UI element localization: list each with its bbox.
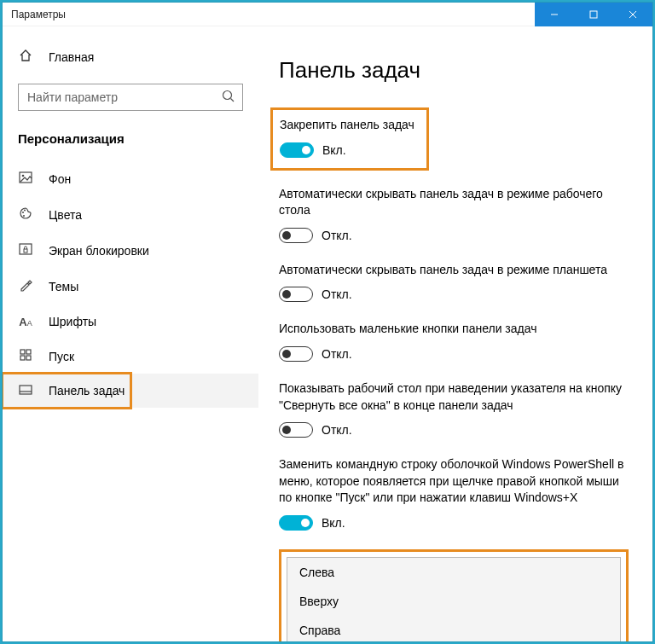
toggle-state: Вкл.	[322, 516, 345, 530]
category-heading: Персонализация	[3, 126, 258, 161]
svg-rect-1	[590, 11, 597, 18]
dropdown-option-top[interactable]: Вверху	[287, 587, 620, 616]
svg-rect-12	[24, 249, 27, 252]
svg-rect-16	[26, 356, 31, 360]
toggle-autohide-tablet[interactable]	[279, 287, 313, 302]
svg-point-9	[24, 210, 26, 212]
image-icon	[18, 171, 33, 186]
sidebar-item-label: Экран блокировки	[49, 244, 149, 258]
toggle-state: Откл.	[322, 423, 352, 437]
sidebar-item-themes[interactable]: Темы	[3, 268, 258, 305]
setting-label: Показывать рабочий стол при наведении ук…	[279, 380, 627, 414]
themes-icon	[18, 278, 33, 294]
svg-point-10	[23, 215, 25, 217]
svg-rect-13	[20, 350, 25, 354]
home-icon	[18, 49, 33, 65]
sidebar-item-start[interactable]: Пуск	[3, 339, 258, 374]
taskbar-position-dropdown[interactable]: Слева Вверху Справа Внизу	[287, 557, 621, 641]
close-button[interactable]	[613, 3, 652, 26]
sidebar-item-taskbar[interactable]: Панель задач	[3, 374, 258, 408]
sidebar-item-label: Фон	[49, 172, 71, 186]
sidebar-item-background[interactable]: Фон	[3, 161, 258, 196]
setting-label: Автоматически скрывать панель задач в ре…	[279, 186, 627, 219]
toggle-lock-taskbar[interactable]	[280, 142, 314, 158]
sidebar-item-label: Главная	[49, 50, 94, 64]
toggle-small-buttons[interactable]	[279, 346, 313, 362]
svg-point-8	[22, 212, 24, 213]
window-title: Параметры	[3, 9, 66, 20]
dropdown-option-right[interactable]: Справа	[287, 616, 620, 641]
search-input[interactable]	[18, 84, 243, 111]
sidebar-item-label: Цвета	[49, 208, 82, 222]
main-panel: Панель задач Закрепить панель задач Вкл.…	[258, 26, 652, 641]
toggle-autohide-desktop[interactable]	[279, 228, 313, 243]
sidebar-item-label: Шрифты	[49, 315, 96, 328]
svg-point-7	[22, 175, 25, 177]
toggle-state: Откл.	[322, 347, 352, 361]
toggle-state: Откл.	[322, 287, 352, 301]
page-title: Панель задач	[279, 57, 627, 84]
start-icon	[18, 349, 33, 363]
titlebar: Параметры	[3, 3, 652, 26]
toggle-powershell[interactable]	[279, 515, 313, 531]
lockscreen-icon	[18, 243, 33, 258]
maximize-button[interactable]	[574, 3, 613, 26]
sidebar-item-label: Темы	[49, 280, 78, 293]
search-icon	[221, 89, 236, 107]
sidebar-item-colors[interactable]: Цвета	[3, 196, 258, 233]
svg-rect-15	[20, 356, 25, 360]
setting-label: Закрепить панель задач	[280, 117, 418, 134]
settings-window: Параметры Главная Пе	[3, 3, 652, 641]
toggle-state: Вкл.	[322, 143, 346, 157]
sidebar: Главная Персонализация Фон Цвета Экран б…	[3, 26, 258, 641]
sidebar-item-label: Пуск	[49, 350, 74, 363]
sidebar-item-home[interactable]: Главная	[3, 42, 258, 72]
svg-line-5	[231, 99, 235, 102]
highlight-box: Слева Вверху Справа Внизу	[279, 549, 629, 641]
setting-label: Использовать маленькие кнопки панели зад…	[279, 321, 627, 338]
setting-label: Автоматически скрывать панель задач в ре…	[279, 262, 627, 279]
toggle-peek-desktop[interactable]	[279, 422, 313, 438]
setting-label: Заменить командную строку оболочкой Wind…	[279, 456, 627, 507]
fonts-icon: AA	[18, 315, 33, 328]
toggle-state: Откл.	[322, 229, 352, 242]
svg-point-4	[223, 91, 232, 100]
highlight-box: Закрепить панель задач Вкл.	[270, 107, 429, 171]
search-box	[18, 84, 243, 111]
sidebar-item-fonts[interactable]: AA Шрифты	[3, 305, 258, 339]
svg-rect-14	[26, 350, 31, 354]
palette-icon	[18, 206, 33, 223]
dropdown-option-left[interactable]: Слева	[287, 558, 620, 587]
highlight-box	[3, 372, 132, 409]
minimize-button[interactable]	[535, 3, 574, 26]
sidebar-item-lockscreen[interactable]: Экран блокировки	[3, 233, 258, 268]
